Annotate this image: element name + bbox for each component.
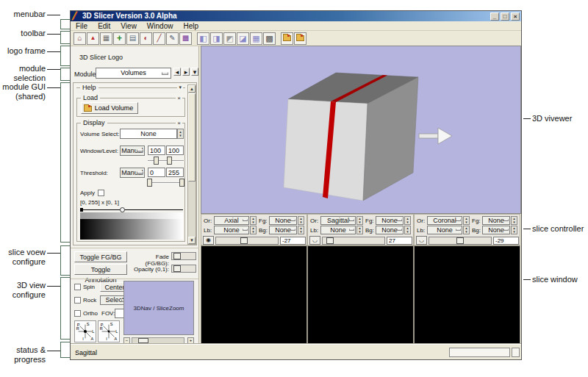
models-icon[interactable]: +: [113, 32, 126, 45]
label-menu[interactable]: None: [320, 226, 356, 234]
slider-handle[interactable]: [147, 179, 152, 187]
slice-offset-slider[interactable]: [429, 237, 492, 245]
layout-3donly-icon[interactable]: ◩: [223, 32, 236, 45]
background-menu[interactable]: None: [269, 226, 297, 234]
spin-checkbox[interactable]: [74, 284, 81, 290]
label-menu[interactable]: None: [427, 226, 462, 234]
visibility-eye-icon[interactable]: ◡: [416, 236, 427, 245]
spinner[interactable]: ▴▾: [463, 226, 470, 234]
slider-thumb[interactable]: [326, 237, 334, 244]
foreground-menu[interactable]: None: [269, 216, 297, 225]
volume-select-combo[interactable]: None: [120, 129, 177, 139]
fiducials-icon[interactable]: ▲: [87, 32, 99, 45]
toggle-fgbg-button[interactable]: Toggle FG/BG: [74, 251, 127, 262]
slider-handle[interactable]: [179, 179, 184, 187]
spinner[interactable]: ▴▾: [298, 226, 304, 234]
close-button[interactable]: ×: [511, 12, 520, 21]
menu-file[interactable]: File: [71, 21, 93, 30]
module-next-button[interactable]: ▸: [182, 68, 190, 76]
layout-lightbox-icon[interactable]: ▩: [263, 32, 276, 45]
transfer-point-start[interactable]: [80, 208, 83, 212]
toggle-annotation-button[interactable]: Toggle Annotation: [74, 264, 127, 275]
nav-slicezoom-panel[interactable]: 3DNav / SliceZoom: [123, 281, 194, 335]
maximize-button[interactable]: □: [501, 12, 509, 21]
menu-view[interactable]: View: [115, 21, 142, 30]
spinner[interactable]: ▴▾: [250, 216, 257, 225]
ortho-checkbox[interactable]: [74, 310, 81, 317]
slice-offset-value[interactable]: 27: [387, 237, 412, 245]
fade-slider[interactable]: [171, 252, 196, 260]
spinner[interactable]: ▴▾: [356, 216, 363, 225]
collapse-arrow-icon[interactable]: ▾: [177, 85, 183, 90]
measurements-icon[interactable]: ✎: [166, 32, 179, 45]
spinner[interactable]: ▴▾: [404, 226, 411, 234]
spinner[interactable]: ▴▾: [511, 216, 517, 225]
scrollbar-track[interactable]: [132, 337, 184, 344]
axis-orientation-widget[interactable]: S P L R I A: [98, 320, 120, 342]
module-gui-scrollbar[interactable]: ▲ ▼: [187, 85, 196, 245]
module-history-button[interactable]: ▾: [191, 68, 198, 76]
scroll-up-icon[interactable]: ▲: [188, 85, 196, 93]
transforms-icon[interactable]: ◐: [140, 32, 152, 45]
nav-scrollbar[interactable]: − +: [123, 337, 194, 344]
module-selector[interactable]: Volumes: [96, 68, 171, 79]
label-menu[interactable]: None: [214, 226, 249, 234]
background-menu[interactable]: None: [482, 226, 510, 234]
slice-window-yellow[interactable]: [307, 245, 414, 344]
minimize-button[interactable]: _: [490, 12, 499, 21]
colors-icon[interactable]: ▩: [179, 32, 192, 45]
spinner[interactable]: ▴▾: [511, 226, 517, 234]
axis-orientation-widget[interactable]: S P L R I A: [74, 320, 96, 342]
slider-thumb[interactable]: [173, 265, 181, 272]
orientation-menu[interactable]: Coronal: [427, 216, 462, 225]
transfer-point-handle[interactable]: [120, 207, 125, 212]
layout-fourup-icon[interactable]: ◨: [210, 32, 223, 45]
save-scene-icon[interactable]: [281, 32, 293, 45]
viewer-3d[interactable]: [201, 46, 521, 214]
layout-tabbed-icon[interactable]: ▦: [250, 32, 262, 45]
background-menu[interactable]: None: [376, 226, 404, 234]
rock-checkbox[interactable]: [74, 297, 81, 304]
spinner[interactable]: ▴▾: [356, 226, 363, 234]
slice-offset-value[interactable]: -29: [493, 237, 519, 245]
menu-help[interactable]: Help: [178, 21, 204, 30]
visibility-eye-icon[interactable]: ◡: [309, 236, 320, 245]
foreground-menu[interactable]: None: [376, 216, 404, 225]
editor-icon[interactable]: ╱: [153, 32, 165, 45]
menu-edit[interactable]: Edit: [93, 21, 115, 30]
slice-window-red[interactable]: [201, 245, 307, 344]
close-section-icon[interactable]: ×: [176, 95, 182, 101]
volume-select-spinner[interactable]: ▴▾: [177, 129, 184, 139]
slice-offset-slider[interactable]: [215, 237, 279, 245]
slice-window-green[interactable]: [414, 245, 520, 344]
layout-conventional-icon[interactable]: ◧: [197, 32, 209, 45]
slice-offset-slider[interactable]: [322, 237, 385, 245]
slider-handle[interactable]: [167, 157, 172, 165]
module-prev-button[interactable]: ◂: [173, 68, 181, 76]
scrollbar-thumb[interactable]: [138, 338, 148, 343]
volumes-icon[interactable]: ▦: [100, 32, 112, 45]
visibility-eye-icon[interactable]: ◉: [203, 236, 214, 245]
spinner[interactable]: ▴▾: [250, 226, 257, 234]
slices-icon[interactable]: ▤: [126, 32, 139, 45]
scrollbar-thumb[interactable]: [188, 93, 196, 182]
threshold-mode-menu[interactable]: Manual: [120, 168, 145, 178]
level-value-field[interactable]: 100: [166, 146, 184, 155]
transfer-function-editor[interactable]: [80, 207, 183, 240]
title-bar[interactable]: ╱ 3D Slicer Version 3.0 Alpha _ □ ×: [71, 11, 521, 21]
close-section-icon[interactable]: ×: [176, 120, 182, 126]
spinner[interactable]: ▴▾: [404, 216, 411, 225]
orientation-menu[interactable]: Axial: [214, 216, 249, 225]
scroll-down-icon[interactable]: ▼: [188, 237, 196, 244]
scroll-left-icon[interactable]: −: [123, 337, 130, 344]
menu-window[interactable]: Window: [142, 21, 179, 30]
slider-thumb[interactable]: [456, 237, 464, 244]
help-section-title[interactable]: Help: [80, 84, 98, 91]
orientation-menu[interactable]: Sagittal: [320, 216, 356, 225]
slider-handle[interactable]: [154, 157, 159, 165]
threshold-high-field[interactable]: 255: [166, 168, 184, 177]
threshold-slider[interactable]: [148, 182, 184, 184]
apply-checkbox[interactable]: [98, 190, 104, 196]
spinner[interactable]: ▴▾: [298, 216, 304, 225]
window-value-field[interactable]: 100: [148, 146, 165, 155]
